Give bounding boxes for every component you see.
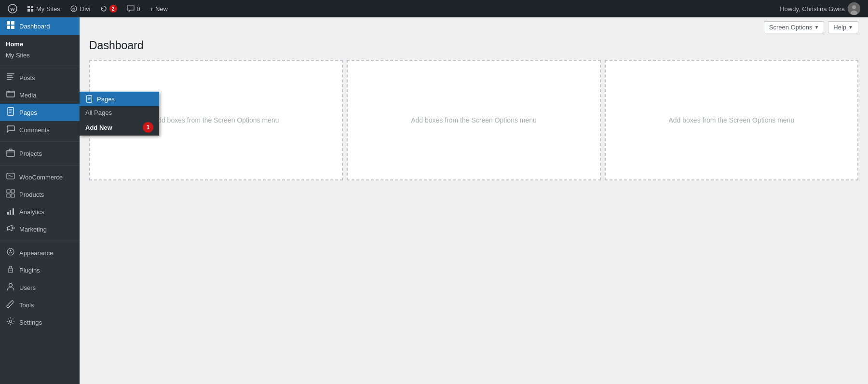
admin-bar-right: Howdy, Christina Gwira — [776, 2, 864, 15]
svg-rect-25 — [7, 212, 9, 215]
pages-flyout-menu: Pages All Pages Add New 1 — [80, 92, 159, 136]
sidebar-my-sites-link[interactable]: My Sites — [6, 50, 74, 61]
projects-label: Projects — [19, 150, 42, 157]
sidebar-divider-2 — [0, 141, 80, 142]
sidebar-item-tools[interactable]: Tools — [0, 296, 80, 314]
dashboard-icon — [6, 21, 15, 31]
plugins-label: Plugins — [19, 267, 40, 274]
sidebar-item-analytics[interactable]: Analytics — [0, 203, 80, 220]
content-area: Screen Options ▼ Help ▼ Dashboard Add bo… — [80, 17, 868, 384]
posts-label: Posts — [19, 74, 35, 82]
dashboard-box-2-text: Add boxes from the Screen Options menu — [411, 116, 537, 124]
flyout-all-pages[interactable]: All Pages — [80, 106, 159, 119]
tools-label: Tools — [19, 302, 34, 309]
appearance-label: Appearance — [19, 249, 53, 257]
dashboard-label: Dashboard — [19, 23, 50, 30]
divi-label: Divi — [80, 5, 91, 13]
comments-icon — [6, 124, 15, 135]
marketing-label: Marketing — [19, 226, 47, 233]
sidebar-divider-1 — [0, 66, 80, 66]
flyout-add-new[interactable]: Add New 1 — [80, 119, 159, 136]
sidebar-item-marketing[interactable]: Marketing — [0, 220, 80, 238]
svg-rect-2 — [27, 6, 30, 8]
sidebar-item-users[interactable]: Users — [0, 279, 80, 296]
svg-rect-13 — [7, 26, 10, 29]
svg-rect-23 — [7, 194, 10, 197]
svg-point-9 — [852, 5, 856, 9]
sidebar-home-section: Home My Sites — [0, 35, 80, 63]
comments-count: 0 — [137, 5, 140, 13]
sidebar-home-link[interactable]: Home — [6, 39, 74, 50]
svg-text:D: D — [72, 7, 75, 12]
plugins-icon — [6, 265, 15, 275]
my-sites-label: My Sites — [36, 5, 60, 13]
media-icon — [6, 90, 15, 100]
help-button[interactable]: Help ▼ — [828, 21, 858, 33]
sidebar-item-settings[interactable]: Settings — [0, 314, 80, 331]
dashboard-grid: Add boxes from the Screen Options menu A… — [89, 60, 858, 180]
appearance-icon — [6, 247, 15, 258]
screen-options-chevron-icon: ▼ — [814, 25, 819, 30]
products-label: Products — [19, 191, 44, 198]
sidebar: Dashboard Home My Sites Posts — [0, 17, 80, 384]
media-label: Media — [19, 92, 36, 99]
projects-icon — [6, 148, 15, 159]
updates-count: 2 — [109, 5, 117, 13]
comments-sidebar-label: Comments — [19, 126, 50, 134]
sidebar-item-plugins[interactable]: Plugins — [0, 261, 80, 279]
screen-options-label: Screen Options — [769, 24, 813, 31]
sidebar-item-pages[interactable]: Pages — [0, 104, 80, 121]
page-title: Dashboard — [89, 39, 858, 52]
dashboard-box-3: Add boxes from the Screen Options menu — [605, 60, 858, 180]
flyout-all-pages-label: All Pages — [85, 109, 112, 116]
svg-point-28 — [13, 227, 14, 229]
dashboard-box-2: Add boxes from the Screen Options menu — [347, 60, 600, 180]
svg-rect-15 — [7, 91, 14, 97]
new-button[interactable]: + New — [146, 0, 172, 17]
user-menu[interactable]: Howdy, Christina Gwira — [776, 2, 864, 15]
products-icon — [6, 189, 15, 200]
woocommerce-label: WooCommerce — [19, 174, 63, 181]
help-chevron-icon: ▼ — [848, 25, 853, 30]
flyout-pages-title[interactable]: Pages — [80, 92, 159, 106]
svg-rect-12 — [11, 21, 14, 25]
svg-rect-19 — [7, 151, 14, 156]
sidebar-item-dashboard[interactable]: Dashboard — [0, 17, 80, 35]
sidebar-item-posts[interactable]: Posts — [0, 69, 80, 86]
analytics-icon — [6, 206, 15, 217]
dashboard-box-1-text: Add boxes from the Screen Options menu — [153, 116, 279, 124]
sidebar-divider-4 — [0, 241, 80, 241]
users-label: Users — [19, 284, 36, 291]
dashboard-box-3-text: Add boxes from the Screen Options menu — [668, 116, 794, 124]
svg-point-17 — [9, 92, 10, 93]
sidebar-item-media[interactable]: Media — [0, 86, 80, 104]
help-label: Help — [833, 24, 846, 31]
wp-logo-button[interactable]: W — [4, 0, 21, 17]
flyout-badge: 1 — [143, 122, 153, 133]
sidebar-item-products[interactable]: Products — [0, 186, 80, 203]
woocommerce-icon — [6, 172, 15, 182]
sidebar-item-appearance[interactable]: Appearance — [0, 244, 80, 261]
main-layout: Dashboard Home My Sites Posts — [0, 17, 868, 384]
svg-text:W: W — [10, 6, 15, 12]
svg-rect-21 — [7, 190, 10, 193]
sidebar-item-comments[interactable]: Comments — [0, 121, 80, 138]
divi-button[interactable]: D Divi — [66, 0, 95, 17]
settings-icon — [6, 317, 15, 328]
my-sites-button[interactable]: My Sites — [23, 0, 64, 17]
comments-button[interactable]: 0 — [123, 0, 144, 17]
flyout-add-new-label: Add New — [85, 124, 112, 131]
svg-rect-24 — [11, 194, 14, 197]
svg-rect-4 — [27, 9, 30, 12]
howdy-text: Howdy, Christina Gwira — [780, 5, 845, 13]
svg-point-16 — [8, 92, 9, 93]
svg-rect-18 — [8, 108, 14, 115]
updates-button[interactable]: 2 — [96, 0, 121, 17]
page-content: Dashboard Add boxes from the Screen Opti… — [80, 33, 868, 190]
sidebar-item-woocommerce[interactable]: WooCommerce — [0, 168, 80, 186]
svg-rect-11 — [7, 21, 10, 25]
avatar — [848, 2, 860, 15]
screen-options-button[interactable]: Screen Options ▼ — [764, 21, 825, 33]
svg-rect-34 — [87, 96, 92, 102]
sidebar-item-projects[interactable]: Projects — [0, 145, 80, 162]
